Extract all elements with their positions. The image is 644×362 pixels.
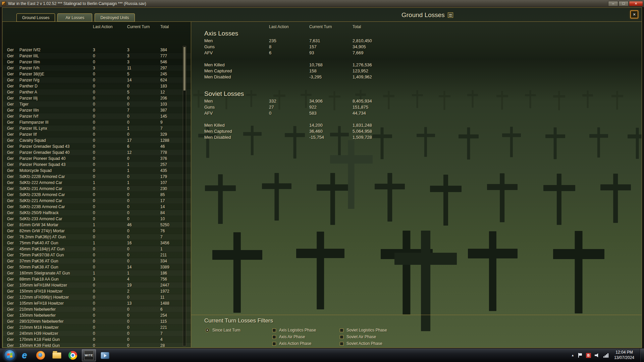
window-titlebar[interactable]: War in the East 2 v 1.02.52 *** Stalingr… [0, 0, 644, 7]
report-icon[interactable] [448, 12, 453, 18]
row-total: 3456 [160, 241, 169, 245]
filter-axis-action-phase[interactable]: Axis Action Phase [272, 340, 316, 347]
table-row[interactable]: Ger160mm Stielgranate AT Gun11186 [3, 270, 191, 276]
summary-row: Guns27922151,875 [204, 104, 392, 110]
checkbox-icon[interactable] [272, 342, 276, 346]
table-row[interactable]: GerPanther A0512 [3, 89, 191, 95]
table-row[interactable]: Ger150mm Nebelwerfer00254 [3, 312, 191, 318]
table-row[interactable]: GerPanzer Pioneer Squad 4301257 [3, 162, 191, 168]
filter-since-last-turn[interactable]: Since Last Turn [205, 327, 240, 334]
tab-air-losses[interactable]: Air Losses [57, 13, 92, 22]
table-row[interactable]: Ger210mm Nebelwerfer006 [3, 306, 191, 312]
table-row[interactable]: GerCavalry Squad0171288 [3, 137, 191, 143]
volume-icon[interactable] [595, 353, 600, 358]
close-screen-button[interactable]: × [630, 10, 638, 18]
scrollbar-thumb[interactable] [183, 47, 185, 90]
table-row[interactable]: GerPanzer Grenadier Squad 430646 [3, 143, 191, 149]
table-row[interactable]: GerSdKfz-250/9 Halftrack0084 [3, 210, 191, 216]
row-current-turn: 0 [127, 198, 129, 203]
row-nationality: Ger [7, 54, 14, 58]
table-row[interactable]: GerMotorcycle Squad01435 [3, 168, 191, 174]
taskbar-clock[interactable]: 12:04 PM 13/07/2024 [612, 350, 636, 360]
table-row[interactable]: Ger82mm GrW 274(r) Mortar0076 [3, 228, 191, 234]
table-row[interactable]: GerSdKfz-231 Armored Car00230 [3, 186, 191, 192]
table-row[interactable]: GerPanzer IVh311297 [3, 65, 191, 71]
bitdefender-icon[interactable]: B [586, 353, 591, 358]
filters-divider [191, 315, 642, 315]
table-row[interactable]: GerPanther D00183 [3, 83, 191, 89]
table-row[interactable]: GerPanzer IIIn07387 [3, 107, 191, 113]
table-row[interactable]: GerPanzer IIf00329 [3, 131, 191, 137]
table-row[interactable]: GerPanzer IVf233384 [3, 47, 191, 53]
table-row[interactable]: Ger150mm K39 Field Gun0028 [3, 343, 191, 347]
checkbox-icon[interactable] [340, 328, 343, 332]
table-row[interactable]: Ger88mm Flak18 AA Gun34756 [3, 276, 191, 282]
table-row[interactable]: GerSdKfz-233 Armored Car0010 [3, 216, 191, 222]
table-row[interactable]: GerSdKfz-221 Armored Car0017 [3, 198, 191, 204]
table-row[interactable]: Ger122mm sFH396(r) Howitzer0011 [3, 294, 191, 300]
windows-explorer-icon[interactable] [50, 349, 64, 361]
filter-soviet-logistics-phase[interactable]: Soviet Logistics Phase [340, 327, 387, 334]
radio-icon[interactable] [205, 328, 209, 332]
table-row[interactable]: Ger37mm PaK36 AT Gun00334 [3, 258, 191, 264]
checkbox-icon[interactable] [272, 328, 276, 332]
table-row[interactable]: Ger210mm M18 Howitzer00221 [3, 324, 191, 330]
filter-axis-logistics-phase[interactable]: Axis Logistics Phase [272, 327, 316, 334]
table-row[interactable]: Ger105mm leFH18 Howitzer0131488 [3, 300, 191, 306]
checkbox-icon[interactable] [272, 335, 276, 339]
table-row[interactable]: GerSdKfz-223B Armored Car0014 [3, 204, 191, 210]
table-row[interactable]: Ger150mm sFH18 Howitzer021972 [3, 288, 191, 294]
tab-ground-losses[interactable]: Ground Losses [16, 13, 55, 22]
table-row[interactable]: GerFlammpanzer III009 [3, 119, 191, 125]
table-row[interactable]: Ger50mm PaK38 AT Gun0143389 [3, 264, 191, 270]
table-row[interactable]: GerPanzer IIIj00206 [3, 95, 191, 101]
hidden-icons-chevron-icon[interactable]: ▲ [571, 354, 574, 357]
table-row[interactable]: GerPanzer Grenadier Squad 40012778 [3, 149, 191, 156]
table-row[interactable]: GerSdKfz-232B Armored Car0085 [3, 192, 191, 198]
media-player-icon[interactable] [98, 349, 112, 361]
row-last-action: 0 [93, 229, 95, 233]
minimize-button[interactable]: – [608, 1, 618, 6]
table-row[interactable]: GerPanzer IIIm03546 [3, 59, 191, 65]
table-row[interactable]: GerSdKfz-222 Armored Car11107 [3, 180, 191, 186]
network-icon[interactable] [603, 353, 608, 358]
table-row[interactable]: Ger240mm H39 Howitzer007 [3, 330, 191, 337]
table-row[interactable]: Ger76.2mm PaK36(r) AT Gun007 [3, 234, 191, 240]
table-row[interactable]: GerPanzer IIIL03777 [3, 53, 191, 59]
chrome-icon[interactable] [66, 349, 80, 361]
table-row[interactable]: Ger45mm PaK184(r) AT Gun001 [3, 246, 191, 252]
table-row[interactable]: Ger75mm PaK97/38 AT Gun00211 [3, 252, 191, 258]
filter-soviet-air-phase[interactable]: Soviet Air Phase [340, 334, 387, 340]
action-center-flag-icon[interactable] [578, 353, 582, 358]
table-row[interactable]: GerSdKfz-222B Armored Car00179 [3, 174, 191, 180]
wite-game-icon[interactable]: WITE [82, 349, 96, 361]
table-scrollbar[interactable] [183, 46, 186, 346]
table-row[interactable]: Ger75mm PaK40 AT Gun1163456 [3, 240, 191, 246]
table-row[interactable]: Ger81mm GrW 34 Mortar1465250 [3, 222, 191, 228]
table-row[interactable]: GerPanzer IVf00145 [3, 113, 191, 119]
table-row[interactable]: Ger280/320mm Nebelwerfer00115 [3, 318, 191, 324]
filter-axis-air-phase[interactable]: Axis Air Phase [272, 334, 316, 340]
row-last-action: 0 [93, 319, 95, 324]
table-row[interactable]: GerPanzer 38(t)E05245 [3, 71, 191, 77]
show-desktop-button[interactable] [640, 349, 644, 362]
summary-total: 44,734 [353, 111, 366, 116]
close-window-button[interactable]: × [629, 1, 643, 6]
filter-soviet-action-phase[interactable]: Soviet Action Phase [340, 340, 387, 347]
row-last-action: 0 [93, 253, 95, 257]
row-last-action: 0 [93, 192, 95, 197]
firefox-icon[interactable] [34, 349, 48, 361]
table-row[interactable]: GerPanzer IVg014624 [3, 77, 191, 83]
internet-explorer-icon[interactable]: e [17, 349, 32, 361]
table-row[interactable]: Ger105mm leFH18M Howitzer0192447 [3, 282, 191, 288]
table-row[interactable]: GerPanzer Pioneer Squad 4000376 [3, 156, 191, 162]
start-button[interactable] [4, 350, 15, 361]
checkbox-icon[interactable] [340, 342, 343, 346]
summary-current-turn: 158 [309, 68, 317, 73]
maximize-button[interactable]: □ [619, 1, 629, 6]
tab-destroyed-units[interactable]: Destroyed Units [95, 13, 135, 22]
table-row[interactable]: Ger170mm K18 Field Gun004 [3, 337, 191, 343]
checkbox-icon[interactable] [340, 335, 343, 339]
table-row[interactable]: GerPanzer IIL Lynx017 [3, 125, 191, 131]
table-row[interactable]: GerTiger00103 [3, 101, 191, 107]
